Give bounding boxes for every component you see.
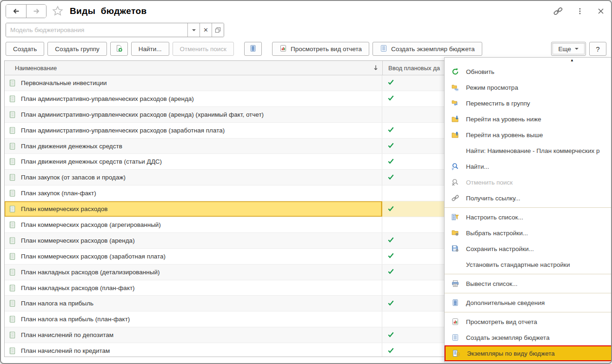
scroll-up-icon[interactable]: ▲ (570, 58, 574, 63)
view-report-button[interactable]: Просмотреть вид отчета (272, 42, 369, 56)
row-name-cell[interactable]: План закупок (от запасов и продаж) (5, 170, 382, 185)
check-icon (387, 142, 394, 150)
row-name-cell[interactable]: План налога на прибыль (план-факт) (5, 311, 382, 327)
budget-type-icon (9, 347, 16, 354)
menu-item-label: Экземпляры по виду бюджета (467, 350, 555, 357)
menu-separator (445, 207, 612, 208)
move-to-group-icon (451, 99, 459, 107)
row-name: План движения денежных средств (21, 143, 122, 150)
menu-item-label: Получить ссылку... (466, 195, 520, 202)
budget-type-icon (9, 174, 16, 181)
row-name-cell[interactable]: План коммерческих расходов (5, 201, 382, 217)
cancel-search-button[interactable]: Отменить поиск (173, 42, 234, 56)
row-name-cell[interactable]: План административно-управленческих расх… (5, 107, 382, 122)
close-icon[interactable] (597, 7, 605, 15)
menu-item[interactable]: Вывести список... (445, 276, 612, 291)
row-name-cell[interactable]: План движения денежных средств (5, 139, 382, 154)
menu-item[interactable]: Найти... (445, 159, 612, 174)
row-name-cell[interactable]: Первоначальные инвестиции (5, 75, 382, 91)
menu-item[interactable]: Отменить поиск (445, 174, 612, 190)
kebab-menu-icon[interactable] (576, 7, 584, 15)
row-name: План административно-управленческих расх… (21, 127, 225, 134)
link-icon[interactable] (553, 7, 563, 16)
configure-list-icon (451, 213, 459, 221)
budget-type-icon (9, 95, 16, 102)
find-icon (451, 163, 459, 171)
menu-item-label: Режим просмотра (466, 84, 518, 91)
menu-item[interactable]: Режим просмотра (445, 79, 612, 95)
info-icon (249, 45, 257, 53)
check-icon (387, 173, 394, 182)
additional-info-button[interactable] (244, 42, 262, 56)
row-name: План коммерческих расходов (21, 205, 108, 212)
menu-item[interactable]: Просмотреть вид отчета (445, 314, 612, 330)
row-name-cell[interactable]: План движения денежных средств (статьи Д… (5, 154, 382, 169)
budget-type-icon (9, 143, 16, 150)
budget-model-combobox: ✕ (6, 23, 224, 37)
menu-item[interactable]: Экземпляры по виду бюджета (445, 345, 612, 361)
row-name: План коммерческих расходов (агрегированн… (21, 221, 161, 228)
more-button[interactable]: Еще (551, 42, 586, 56)
forward-arrow-icon[interactable] (26, 5, 46, 18)
row-name-cell[interactable]: План закупок (план-факт) (5, 185, 382, 201)
create-budget-instance-button[interactable]: Создать экземпляр бюджета (373, 42, 482, 56)
help-button[interactable]: ? (589, 42, 606, 56)
back-arrow-icon[interactable] (6, 5, 26, 18)
menu-item-icon-placeholder (451, 261, 459, 269)
create-group-button[interactable]: Создать группу (47, 42, 106, 56)
column-header-name[interactable]: Наименование (5, 61, 382, 75)
level-down-icon (451, 115, 459, 123)
row-name: План административно-управленческих расх… (21, 95, 194, 102)
clear-filter-icon[interactable]: ✕ (200, 23, 212, 37)
row-name: Первоначальные инвестиции (21, 79, 107, 86)
row-name-cell[interactable]: План начислений по депозитам (5, 327, 382, 343)
find-button[interactable]: Найти... (131, 42, 169, 56)
budget-model-input[interactable] (6, 23, 187, 37)
toolbar: Создать Создать группу Найти... Отменить… (6, 41, 606, 56)
budget-type-icon (9, 253, 16, 260)
row-name: План начислений по депозитам (21, 331, 113, 338)
cancel-search-icon (451, 179, 459, 186)
row-name-cell[interactable]: План начислений по кредитам (5, 343, 382, 357)
menu-item-label: Найти: Наименование - План коммерческих … (466, 147, 600, 154)
row-name-cell[interactable]: План накладных расходов (детализированны… (5, 265, 382, 280)
menu-item[interactable]: Найти: Наименование - План коммерческих … (445, 143, 612, 159)
row-name: План движения денежных средств (статьи Д… (21, 158, 162, 165)
create-button[interactable]: Создать (6, 42, 44, 56)
check-icon (387, 299, 394, 308)
new-item-button[interactable] (110, 42, 128, 56)
row-name-cell[interactable]: План административно-управленческих расх… (5, 91, 382, 106)
row-name-cell[interactable]: План коммерческих расходов (агрегированн… (5, 217, 382, 232)
budget-instances-icon (452, 350, 460, 357)
row-name-cell[interactable]: План административно-управленческих расх… (5, 123, 382, 138)
menu-item[interactable]: Настроить список... (445, 209, 612, 225)
choose-settings-icon (451, 229, 459, 237)
menu-item[interactable]: Переместить в группу (445, 95, 612, 111)
menu-item-label: Найти... (466, 163, 489, 170)
sort-desc-icon (372, 64, 379, 72)
menu-item-label: Установить стандартные настройки (466, 261, 570, 268)
row-name-cell[interactable]: План накладных расходов (план-факт) (5, 280, 382, 296)
choose-from-list-icon[interactable] (212, 23, 224, 37)
check-icon (387, 331, 394, 339)
menu-item[interactable]: Получить ссылку... (445, 190, 612, 206)
menu-item[interactable]: Перейти на уровень выше (445, 127, 612, 143)
menu-item-label: Перейти на уровень выше (466, 132, 543, 139)
app-window: Виды бюджетов ✕ Создать Создать группу Н… (0, 0, 612, 364)
menu-item[interactable]: Сохранить настройки... (445, 241, 612, 257)
row-name-cell[interactable]: План коммерческих расходов (заработная п… (5, 249, 382, 264)
check-icon (387, 236, 394, 245)
star-icon[interactable] (52, 6, 63, 17)
row-name-cell[interactable]: План налога на прибыль (5, 296, 382, 311)
menu-item-label: Создать экземпляр бюджета (466, 334, 550, 341)
menu-item[interactable]: Перейти на уровень ниже (445, 111, 612, 127)
row-name-cell[interactable]: План коммерческих расходов (аренда) (5, 233, 382, 248)
menu-item[interactable]: Выбрать настройки... (445, 225, 612, 241)
menu-item[interactable]: Дополнительные сведения (445, 295, 612, 311)
menu-item[interactable]: Установить стандартные настройки (445, 257, 612, 272)
menu-item-label: Выбрать настройки... (466, 230, 528, 237)
menu-item[interactable]: Создать экземпляр бюджета (445, 330, 612, 345)
dropdown-caret-icon[interactable] (187, 23, 200, 37)
menu-item[interactable]: Обновить (445, 64, 612, 79)
budget-type-icon (9, 300, 16, 307)
